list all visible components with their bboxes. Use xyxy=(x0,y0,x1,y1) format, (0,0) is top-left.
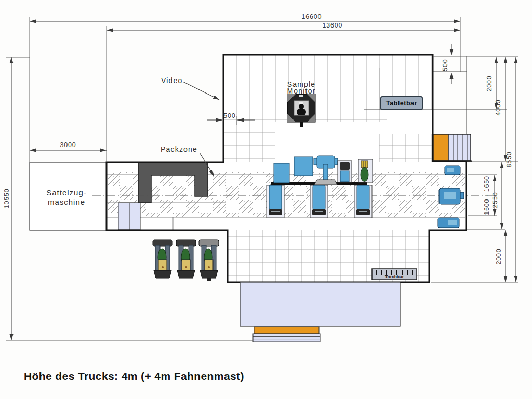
torchbar-label: Torchbar xyxy=(385,274,404,280)
machine-blue-1 xyxy=(274,163,289,183)
machine-blue-2 xyxy=(294,157,313,176)
front-stairs xyxy=(253,334,320,342)
fill-station xyxy=(354,185,372,218)
packzone-label: Packzone xyxy=(161,145,197,153)
machine-bottle-filler xyxy=(358,159,373,182)
dim-right-height: 8550 xyxy=(506,151,513,167)
dim-belt-height: 1600 - 1650 xyxy=(483,176,490,215)
sample-monitor-label-2: Monitor xyxy=(287,87,315,95)
video-label: Video xyxy=(161,76,183,85)
tractor-label-1: Sattelzug- xyxy=(46,188,87,197)
tractor-label-2: maschine xyxy=(48,197,85,206)
dim-trailer-width: 13600 xyxy=(323,22,343,29)
torch-trolley xyxy=(199,240,219,281)
dim-strip-depth: 2550 xyxy=(491,192,499,208)
fill-station xyxy=(310,185,328,218)
side-entry-highlight xyxy=(433,134,448,161)
tabletbar-label: Tabletbar xyxy=(386,100,417,107)
torchbar: Torchbar xyxy=(372,269,417,280)
front-stairs-highlight xyxy=(254,327,319,334)
dim-right-bottom: 2000 xyxy=(495,248,502,264)
fill-station xyxy=(267,185,284,218)
sample-monitor-icon xyxy=(287,94,315,127)
torch-trolley xyxy=(153,240,172,278)
tabletbar: Tabletbar xyxy=(381,97,422,110)
height-note: Höhe des Trucks: 4m (+ 4m Fahnenmast) xyxy=(24,370,244,382)
dim-right-upper: 4000 xyxy=(495,99,502,115)
dim-roof-offset: 500 xyxy=(442,59,449,71)
machine-row-lower xyxy=(267,185,372,218)
dim-grid-step: 500 xyxy=(223,112,235,119)
dim-tractor-width: 3000 xyxy=(60,141,76,149)
machine-capper xyxy=(338,161,352,182)
packzone-stairs xyxy=(118,203,140,230)
dim-right-top: 2000 xyxy=(486,75,493,91)
dim-total-height: 10550 xyxy=(3,189,10,209)
dim-total-width: 16600 xyxy=(302,13,322,20)
torch-trolley xyxy=(176,240,196,278)
side-entry-stairs xyxy=(448,134,471,161)
torch-trolleys xyxy=(153,240,219,281)
side-entry-wing xyxy=(432,134,472,161)
screenshot-stage: BFS GmbH, 2025-10-02, (c) http://www.bfs… xyxy=(0,0,532,399)
floorplan-drawing: Tabletbar Torchbar xyxy=(0,0,532,399)
